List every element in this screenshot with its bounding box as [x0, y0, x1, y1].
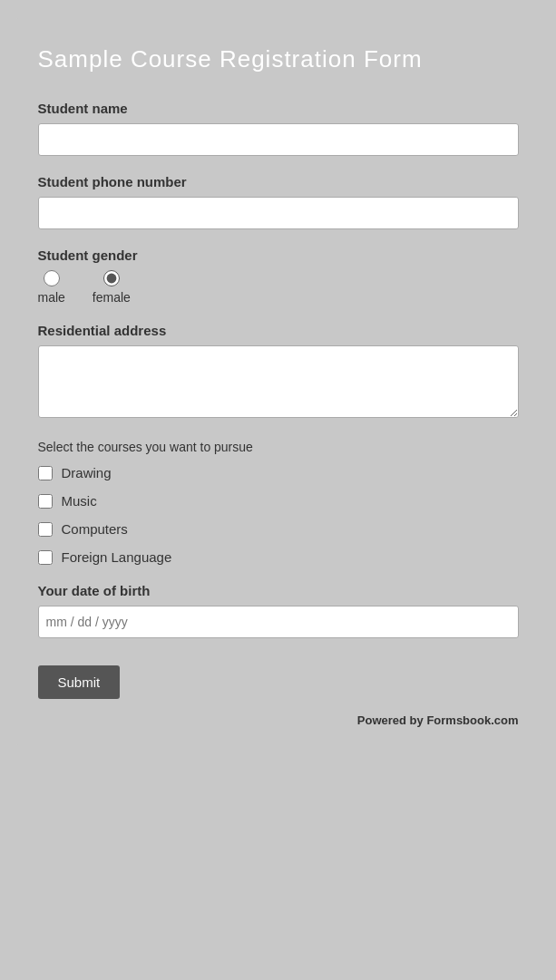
student-phone-input[interactable]	[38, 197, 519, 229]
date-of-birth-input[interactable]	[38, 606, 519, 638]
residential-address-label: Residential address	[38, 323, 519, 338]
gender-radio-group: male female	[38, 270, 519, 305]
course-drawing-checkbox[interactable]	[38, 466, 53, 480]
gender-female-radio[interactable]	[103, 270, 120, 286]
gender-male-item: male	[38, 270, 65, 305]
student-phone-label: Student phone number	[38, 174, 519, 189]
courses-group: Select the courses you want to pursue Dr…	[38, 440, 519, 565]
date-of-birth-label: Your date of birth	[38, 583, 519, 598]
student-name-label: Student name	[38, 101, 519, 116]
student-phone-group: Student phone number	[38, 174, 519, 229]
residential-address-group: Residential address	[38, 323, 519, 422]
date-of-birth-group: Your date of birth	[38, 583, 519, 638]
gender-male-radio[interactable]	[44, 270, 60, 286]
course-computers-item: Computers	[38, 521, 519, 537]
course-drawing-label: Drawing	[62, 465, 112, 480]
form-container: Sample Course Registration Form Student …	[15, 18, 541, 745]
gender-female-label: female	[93, 290, 131, 305]
form-title: Sample Course Registration Form	[38, 45, 519, 73]
gender-male-label: male	[38, 290, 65, 305]
student-name-group: Student name	[38, 101, 519, 156]
courses-label: Select the courses you want to pursue	[38, 440, 519, 454]
submit-button[interactable]: Submit	[38, 665, 121, 699]
student-name-input[interactable]	[38, 123, 519, 156]
course-foreign-language-label: Foreign Language	[62, 549, 172, 565]
course-computers-label: Computers	[62, 521, 128, 537]
course-music-checkbox[interactable]	[38, 494, 53, 509]
powered-by-brand: Formsbook.com	[426, 713, 518, 727]
courses-checkbox-group: Drawing Music Computers Foreign Language	[38, 465, 519, 565]
student-gender-label: Student gender	[38, 247, 519, 263]
powered-by-footer: Powered by Formsbook.com	[38, 713, 519, 727]
course-music-item: Music	[38, 493, 519, 509]
residential-address-input[interactable]	[38, 345, 519, 418]
course-drawing-item: Drawing	[38, 465, 519, 480]
gender-female-item: female	[93, 270, 131, 305]
course-foreign-language-item: Foreign Language	[38, 549, 519, 565]
course-foreign-language-checkbox[interactable]	[38, 550, 53, 565]
course-music-label: Music	[62, 493, 97, 509]
student-gender-group: Student gender male female	[38, 247, 519, 305]
course-computers-checkbox[interactable]	[38, 522, 53, 537]
powered-by-text: Powered by	[357, 713, 427, 727]
